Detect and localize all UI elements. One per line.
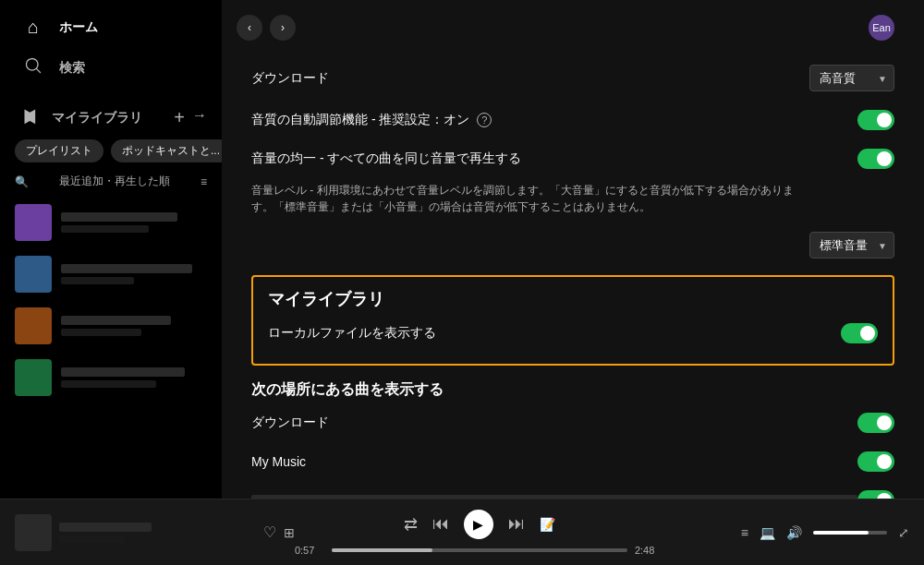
expand-library-icon[interactable]: → (192, 107, 207, 128)
filter-tabs: プレイリスト ポッドキャストと... › (0, 136, 222, 170)
progress-fill (332, 548, 432, 552)
library-sort-row: 🔍 最近追加・再生した順 ≡ (0, 170, 222, 193)
item-info (61, 264, 207, 284)
volume-level-dropdown-wrapper: 標準音量 大音量 小音量 (809, 232, 894, 258)
track-title (59, 523, 152, 532)
current-time: 0:57 (295, 545, 324, 556)
queue-icon[interactable]: ≡ (741, 525, 748, 540)
download-item-row: ダウンロード (251, 403, 894, 442)
filter-tab-podcasts[interactable]: ポッドキャストと... (111, 139, 231, 162)
volume-icon[interactable]: 🔊 (786, 525, 802, 540)
track-artist (59, 535, 124, 543)
main-header: ‹ › Ean (222, 0, 924, 41)
library-icon (22, 107, 41, 128)
settings-scroll[interactable]: ダウンロード 高音質 標準音質 低音質 音質の自動調節機能 - 推奨設定：オン … (222, 41, 924, 499)
home-icon: ⌂ (22, 17, 44, 38)
progress-bar[interactable] (332, 548, 627, 552)
my-library-heading: マイライブラリ (268, 288, 878, 310)
forward-button[interactable]: › (270, 15, 296, 41)
back-icon: ‹ (248, 21, 251, 34)
sidebar-item-search[interactable]: 検索 (0, 47, 222, 89)
local-files-label: ローカルファイルを表示する (268, 325, 841, 342)
list-item[interactable] (0, 248, 222, 300)
item-title (61, 367, 185, 377)
item-title (61, 212, 177, 222)
player-left: ♡ ⊞ (15, 514, 295, 551)
my-music-row: My Music (251, 442, 894, 481)
download-item-toggle[interactable] (857, 413, 894, 433)
library-sort-label: 最近追加・再生した順 (59, 174, 170, 189)
sidebar-nav: ⌂ ホーム 検索 (0, 0, 222, 96)
back-button[interactable]: ‹ (237, 15, 262, 41)
item-thumb (15, 307, 52, 344)
item-title (61, 316, 171, 325)
unknown-row (251, 481, 894, 499)
next-button[interactable]: ⏭ (508, 514, 525, 534)
download-quality-row: ダウンロード 高音質 標準音質 低音質 (251, 55, 894, 101)
main-content: ‹ › Ean ダウンロード 高音質 標準音質 低音質 (222, 0, 924, 499)
progress-row: 0:57 2:48 (295, 545, 664, 556)
volume-fill (813, 531, 869, 535)
forward-icon: › (281, 21, 285, 34)
library-list-icon[interactable]: ≡ (201, 175, 207, 188)
auto-adjust-label: 音質の自動調節機能 - 推奨設定：オン ? (251, 112, 857, 128)
unknown-toggle[interactable] (857, 490, 894, 499)
now-playing-info (59, 523, 256, 543)
total-time: 2:48 (635, 545, 664, 556)
search-label: 検索 (59, 60, 85, 77)
devices-icon[interactable]: 💻 (760, 525, 775, 540)
library-actions: + → (174, 107, 207, 128)
heart-icon[interactable]: ♡ (263, 523, 276, 541)
item-info (61, 212, 207, 233)
normalize-row: 音量の均一 - すべての曲を同じ音量で再生する (251, 139, 894, 178)
fullscreen-icon[interactable]: ⤢ (898, 525, 909, 540)
library-search-icon[interactable]: 🔍 (15, 175, 29, 188)
library-title: マイライブラリ (22, 107, 142, 128)
auto-adjust-row: 音質の自動調節機能 - 推奨設定：オン ? (251, 101, 894, 139)
download-quality-value: 高音質 標準音質 低音質 (809, 65, 894, 91)
prev-button[interactable]: ⏮ (432, 514, 449, 534)
pip-icon[interactable]: ⊞ (284, 525, 295, 540)
show-songs-heading: 次の場所にある曲を表示する (251, 380, 894, 400)
user-avatar[interactable]: Ean (869, 15, 894, 41)
my-music-label: My Music (251, 454, 857, 469)
lyrics-button[interactable]: 📝 (540, 517, 555, 532)
list-item[interactable] (0, 352, 222, 403)
volume-bar[interactable] (813, 531, 887, 535)
sidebar-item-home[interactable]: ⌂ ホーム (0, 7, 222, 47)
item-info (61, 367, 207, 388)
search-icon (22, 56, 44, 79)
auto-adjust-toggle[interactable] (857, 110, 894, 130)
list-item[interactable] (0, 197, 222, 248)
local-files-row: ローカルファイルを表示する (268, 314, 878, 353)
item-info (61, 316, 207, 336)
item-thumb (15, 204, 52, 241)
player-right: ≡ 💻 🔊 ⤢ (664, 525, 909, 540)
now-playing-thumb (15, 514, 52, 551)
my-library-highlighted-box: マイライブラリ ローカルファイルを表示する (251, 275, 894, 366)
item-title (61, 264, 192, 273)
player-bar: ♡ ⊞ ⇄ ⏮ ▶ ⏭ 📝 0:57 2:48 ≡ 💻 🔊 ⤢ (0, 499, 924, 565)
add-library-icon[interactable]: + (174, 107, 185, 128)
filter-tab-playlists[interactable]: プレイリスト (15, 139, 103, 162)
download-quality-dropdown-wrapper: 高音質 標準音質 低音質 (809, 65, 894, 91)
volume-level-select[interactable]: 標準音量 大音量 小音量 (809, 232, 894, 258)
volume-level-row: 標準音量 大音量 小音量 (251, 222, 894, 268)
download-label: ダウンロード (251, 70, 809, 87)
my-music-toggle[interactable] (857, 451, 894, 472)
shuffle-button[interactable]: ⇄ (404, 514, 418, 535)
auto-adjust-help-icon[interactable]: ? (477, 113, 492, 127)
show-songs-section: 次の場所にある曲を表示する ダウンロード My Music (251, 380, 894, 499)
download-quality-select[interactable]: 高音質 標準音質 低音質 (809, 65, 894, 91)
list-item[interactable] (0, 300, 222, 352)
play-button[interactable]: ▶ (464, 510, 493, 539)
user-label: Ean (872, 22, 891, 33)
normalize-label: 音量の均一 - すべての曲を同じ音量で再生する (251, 150, 857, 167)
normalize-toggle[interactable] (857, 149, 894, 169)
sidebar-list (0, 193, 222, 499)
download-item-label: ダウンロード (251, 415, 857, 431)
item-sub (61, 380, 156, 388)
local-files-toggle[interactable] (841, 323, 878, 343)
player-controls: ⇄ ⏮ ▶ ⏭ 📝 (404, 510, 555, 539)
item-thumb (15, 256, 52, 293)
